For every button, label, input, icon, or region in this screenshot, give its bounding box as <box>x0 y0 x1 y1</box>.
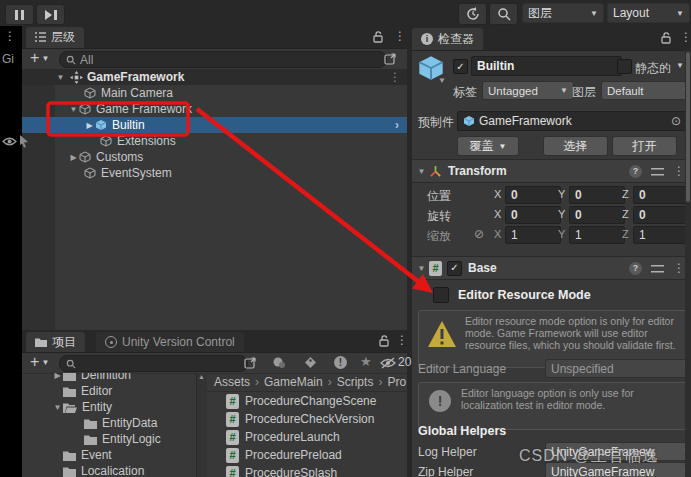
open-prefab-chevron[interactable]: › <box>395 118 399 132</box>
hierarchy-add-button[interactable]: + ▼ <box>30 49 49 67</box>
step-button[interactable] <box>36 4 65 25</box>
scroll-up-icon[interactable]: ▲ <box>198 373 205 380</box>
foldout-closed-icon[interactable]: ▶ <box>84 121 95 130</box>
hidden-packages-eye-icon[interactable] <box>380 357 396 369</box>
dock-menu-icon[interactable]: ⋮ <box>4 30 16 42</box>
folder-row-entitydata[interactable]: EntityData <box>22 415 196 431</box>
base-enabled-checkbox[interactable]: ✓ <box>447 261 462 276</box>
hierarchy-menu-icon[interactable]: ⋮ <box>394 30 406 42</box>
scene-row[interactable]: ▼ GameFramework ⋮ <box>22 69 407 85</box>
tree-row-main-camera[interactable]: Main Camera <box>22 85 407 101</box>
folder-row-entity[interactable]: ▼ Entity <box>22 399 196 415</box>
unlock-icon[interactable] <box>378 335 390 347</box>
breadcrumb-scripts[interactable]: Scripts <box>337 375 374 389</box>
folder-row-event[interactable]: Event <box>22 447 196 463</box>
project-menu-icon[interactable]: ⋮ <box>396 334 408 346</box>
tree-row-customs[interactable]: ▶ Customs <box>22 149 407 165</box>
open-button[interactable]: 打开 <box>612 136 677 156</box>
icon-picker-chevron[interactable]: ▼ <box>438 76 446 85</box>
favorites-star-icon[interactable]: ★ <box>360 354 372 369</box>
search-by-type-icon[interactable] <box>272 356 286 369</box>
inspector-scrollbar[interactable] <box>685 50 691 477</box>
base-header[interactable]: ▼ # ✓ Base ? ⋮ <box>412 256 691 280</box>
file-row[interactable]: # ProcedurePreload <box>206 446 407 464</box>
foldout-open-icon[interactable]: ▼ <box>52 403 63 412</box>
component-menu-icon[interactable]: ⋮ <box>673 165 685 177</box>
open-in-window-icon[interactable] <box>384 52 397 65</box>
breadcrumb-gamemain[interactable]: GameMain <box>264 375 323 389</box>
component-menu-icon[interactable]: ⋮ <box>673 262 685 274</box>
static-flags-chevron[interactable]: ▼ <box>676 61 684 70</box>
tree-row-eventsystem[interactable]: EventSystem <box>22 165 407 181</box>
folder-row-localication[interactable]: Localication <box>22 463 196 477</box>
project-add-button[interactable]: + ▼ <box>30 353 49 371</box>
gameobject-cube-icon <box>79 103 91 115</box>
search-by-label-icon[interactable] <box>304 356 317 369</box>
file-row[interactable]: # ProcedureSplash <box>206 464 407 477</box>
scale-x-field[interactable]: 1 <box>505 226 561 244</box>
tab-unity-version-control[interactable]: Unity Version Control <box>96 332 244 352</box>
file-row[interactable]: # ProcedureLaunch <box>206 428 407 446</box>
foldout-open-icon[interactable]: ▼ <box>55 73 66 82</box>
pause-button[interactable] <box>5 4 34 25</box>
file-row[interactable]: # ProcedureChangeScene <box>206 392 407 410</box>
tab-project[interactable]: 项目 <box>26 332 85 352</box>
help-icon[interactable]: ? <box>629 262 642 275</box>
transform-header[interactable]: ▼ Transform ? ⋮ <box>412 159 691 183</box>
layer-dropdown[interactable]: Default ▼ <box>601 81 691 100</box>
folder-row-entitylogic[interactable]: EntityLogic <box>22 431 196 447</box>
tree-row-extensions[interactable]: Extensions <box>22 133 407 149</box>
editor-resource-mode-checkbox[interactable] <box>433 287 449 303</box>
layout-dropdown[interactable]: Layout ▼ <box>607 3 690 23</box>
help-icon[interactable]: ? <box>629 165 642 178</box>
scene-menu-icon[interactable]: ⋮ <box>389 71 401 83</box>
scene-visibility-eye-icon[interactable] <box>2 136 17 147</box>
position-z-field[interactable]: 0 <box>633 186 689 204</box>
rotation-x-field[interactable]: 0 <box>505 206 561 224</box>
foldout-open-icon[interactable]: ▼ <box>416 264 427 273</box>
scrollbar-thumb[interactable] <box>686 52 690 202</box>
search-button[interactable] <box>489 3 518 25</box>
unlock-icon[interactable] <box>372 31 384 43</box>
tab-inspector[interactable]: i 检查器 <box>412 28 483 50</box>
position-y-field[interactable]: 0 <box>569 186 625 204</box>
object-picker-icon[interactable]: ⊙ <box>671 114 681 128</box>
breadcrumb-assets[interactable]: Assets <box>214 375 250 389</box>
scale-y-field[interactable]: 1 <box>569 226 625 244</box>
file-row[interactable]: # ProcedureCheckVersion <box>206 410 407 428</box>
constrain-proportions-icon[interactable]: ⊘ <box>474 227 484 241</box>
foldout-closed-icon[interactable]: ▶ <box>68 153 79 162</box>
overrides-button[interactable]: 覆盖 ▼ <box>457 136 519 156</box>
name-field[interactable]: Builtin <box>471 56 622 76</box>
position-x-field[interactable]: 0 <box>505 186 561 204</box>
tree-row-game-framework[interactable]: ▼ Game Framework <box>22 101 407 117</box>
active-checkbox[interactable]: ✓ <box>453 59 468 74</box>
important-filter-icon[interactable]: ! <box>334 356 347 369</box>
layers-dropdown[interactable]: 图层 ▼ <box>522 3 604 23</box>
tab-hierarchy[interactable]: 层级 <box>26 27 84 48</box>
foldout-open-icon[interactable]: ▼ <box>416 167 427 176</box>
foldout-closed-icon[interactable]: ▶ <box>52 373 63 380</box>
scale-z-field[interactable]: 1 <box>633 226 689 244</box>
scene-pickability-icon[interactable] <box>17 134 30 148</box>
rotation-z-field[interactable]: 0 <box>633 206 689 224</box>
undo-history-button[interactable] <box>458 3 487 25</box>
editor-language-dropdown[interactable]: Unspecified ▼ <box>545 359 691 378</box>
tag-dropdown[interactable]: Untagged ▼ <box>482 81 574 100</box>
tree-row-builtin-selected[interactable]: ▶ Builtin › <box>22 117 407 133</box>
project-search-input[interactable] <box>59 355 248 372</box>
rotation-y-field[interactable]: 0 <box>569 206 625 224</box>
breadcrumb-procedure[interactable]: Pro <box>387 375 406 389</box>
hierarchy-search-input[interactable]: All <box>59 51 387 68</box>
folder-row-definition[interactable]: ▶ Definition <box>22 373 196 383</box>
inspector-menu-icon[interactable]: ⋮ <box>680 31 691 43</box>
static-checkbox[interactable] <box>617 59 632 74</box>
folder-row-editor[interactable]: Editor <box>22 383 196 399</box>
prefab-object-field[interactable]: GameFramework ⊙ <box>457 111 687 131</box>
foldout-open-icon[interactable]: ▼ <box>68 105 79 114</box>
presets-icon[interactable] <box>651 166 664 177</box>
presets-icon[interactable] <box>651 263 664 274</box>
open-in-window-icon[interactable] <box>244 356 257 369</box>
select-button[interactable]: 选择 <box>543 136 608 156</box>
unlock-icon[interactable] <box>660 32 672 44</box>
